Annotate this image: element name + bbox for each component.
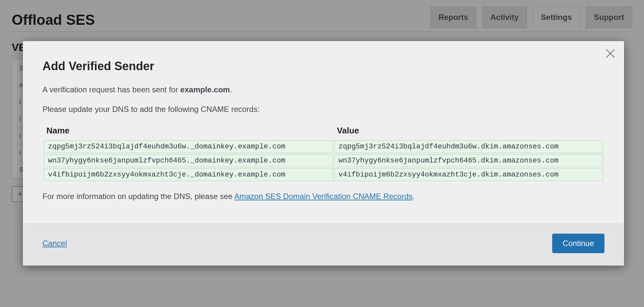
verification-domain: example.com xyxy=(180,85,230,94)
verification-prefix: A verification request has been sent for xyxy=(42,85,180,94)
modal-footer: Cancel Continue xyxy=(23,223,624,266)
docs-link[interactable]: Amazon SES Domain Verification CNAME Rec… xyxy=(234,192,413,201)
cname-records-table: Name Value zqpg5mj3rz524i3bqlajdf4euhdm3… xyxy=(42,123,604,182)
cname-value[interactable]: zqpg5mj3rz524i3bqlajdf4euhdm3u6w.dkim.am… xyxy=(334,140,603,153)
cname-name[interactable]: v4ifbipoijm6b2zxsyy4okmxazht3cje._domain… xyxy=(44,168,333,181)
continue-button[interactable]: Continue xyxy=(552,234,604,253)
column-header-value: Value xyxy=(334,124,603,139)
modal-body: Add Verified Sender A verification reque… xyxy=(23,41,624,223)
more-info-suffix: . xyxy=(413,192,415,201)
close-icon[interactable] xyxy=(604,47,617,60)
verification-suffix: . xyxy=(230,85,232,94)
more-info-text: For more information on updating the DNS… xyxy=(42,191,604,202)
modal-title: Add Verified Sender xyxy=(42,59,604,73)
cname-record-row: wn37yhygy6nkse6janpumlzfvpch6465._domain… xyxy=(44,154,603,167)
cname-value[interactable]: v4ifbipoijm6b2zxsyy4okmxazht3cje.dkim.am… xyxy=(334,168,603,181)
column-header-name: Name xyxy=(44,124,333,139)
verification-sent-text: A verification request has been sent for… xyxy=(42,84,604,95)
add-verified-sender-modal: Add Verified Sender A verification reque… xyxy=(23,41,624,266)
cname-name[interactable]: zqpg5mj3rz524i3bqlajdf4euhdm3u6w._domain… xyxy=(44,140,333,153)
cname-record-row: zqpg5mj3rz524i3bqlajdf4euhdm3u6w._domain… xyxy=(44,140,603,153)
cancel-button[interactable]: Cancel xyxy=(42,239,67,248)
more-info-prefix: For more information on updating the DNS… xyxy=(42,192,234,201)
cname-record-row: v4ifbipoijm6b2zxsyy4okmxazht3cje._domain… xyxy=(44,168,603,181)
cname-name[interactable]: wn37yhygy6nkse6janpumlzfvpch6465._domain… xyxy=(44,154,333,167)
cname-value[interactable]: wn37yhygy6nkse6janpumlzfvpch6465.dkim.am… xyxy=(334,154,603,167)
dns-instruction-text: Please update your DNS to add the follow… xyxy=(42,104,604,115)
